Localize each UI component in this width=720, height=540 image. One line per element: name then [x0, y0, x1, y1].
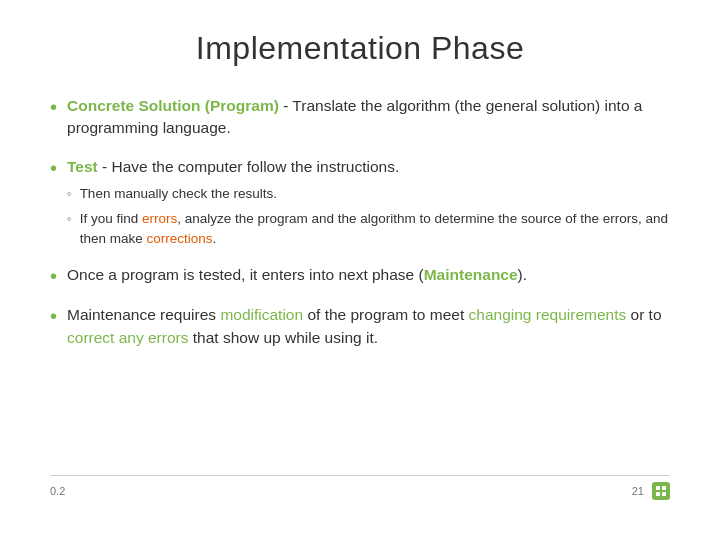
bullet4-text2: of the program to meet [303, 306, 468, 323]
svg-rect-2 [656, 492, 660, 496]
bullet-dot-3: • [50, 264, 57, 288]
footer-logo-icon [652, 482, 670, 500]
bullet4-changing: changing requirements [469, 306, 627, 323]
bullet3-bold: Maintenance [424, 266, 518, 283]
bullet-text-3: Once a program is tested, it enters into… [67, 264, 670, 286]
bullet4-mod: modification [220, 306, 303, 323]
bullet-item-1: • Concrete Solution (Program) - Translat… [50, 95, 670, 140]
bullet4-pre: Maintenance requires [67, 306, 220, 323]
bullet-item-4: • Maintenance requires modification of t… [50, 304, 670, 349]
sub-bullets: ◦ Then manually check the results. ◦ If … [67, 184, 670, 248]
svg-rect-3 [662, 492, 666, 496]
slide: Implementation Phase • Concrete Solution… [0, 0, 720, 540]
bullet-text-4: Maintenance requires modification of the… [67, 304, 670, 349]
bullet4-text4: that show up while using it. [188, 329, 378, 346]
sub2-part3: . [212, 231, 216, 246]
bullet-text-2: Test - Have the computer follow the inst… [67, 156, 670, 248]
sub2-corrections: corrections [146, 231, 212, 246]
sub2-errors: errors [142, 211, 177, 226]
footer-right: 21 [632, 482, 670, 500]
svg-rect-1 [662, 486, 666, 490]
footer-left: 0.2 [50, 485, 65, 497]
footer-page-number: 21 [632, 485, 644, 497]
footer-logo-svg [655, 485, 667, 497]
sub-bullet-text-1: Then manually check the results. [80, 184, 670, 204]
sub-bullet-2: ◦ If you find errors, analyze the progra… [67, 209, 670, 248]
bullet3-post: ). [518, 266, 527, 283]
bullet-dot-4: • [50, 304, 57, 328]
bullet-text-1: Concrete Solution (Program) - Translate … [67, 95, 670, 140]
svg-rect-0 [656, 486, 660, 490]
bullet1-label-bold: Concrete Solution (Program) [67, 97, 279, 114]
sub-bullet-dot-2: ◦ [67, 210, 72, 229]
bullet-item-3: • Once a program is tested, it enters in… [50, 264, 670, 288]
bullet-dot-2: • [50, 156, 57, 180]
sub-bullet-text-2: If you find errors, analyze the program … [80, 209, 670, 248]
bullet4-text3: or to [626, 306, 661, 323]
bullet4-correct: correct any errors [67, 329, 188, 346]
sub-bullet-dot-1: ◦ [67, 185, 72, 204]
bullet2-label-bold: Test [67, 158, 98, 175]
bullet-item-2: • Test - Have the computer follow the in… [50, 156, 670, 248]
content-area: • Concrete Solution (Program) - Translat… [50, 95, 670, 475]
sub2-part1: If you find [80, 211, 142, 226]
bullet2-label-rest: - Have the computer follow the instructi… [98, 158, 400, 175]
sub-bullet-1: ◦ Then manually check the results. [67, 184, 670, 204]
bullet-dot-1: • [50, 95, 57, 119]
footer: 0.2 21 [50, 475, 670, 500]
bullet3-pre: Once a program is tested, it enters into… [67, 266, 424, 283]
slide-title: Implementation Phase [50, 30, 670, 67]
